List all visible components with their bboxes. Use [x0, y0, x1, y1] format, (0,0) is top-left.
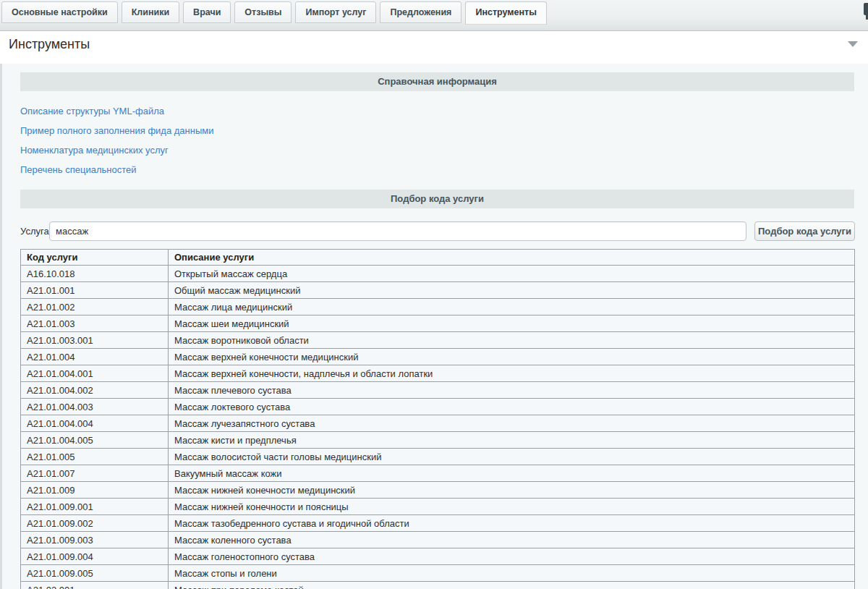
service-code-cell: A21.01.007: [21, 465, 169, 482]
service-input-label: Услуга:: [20, 226, 51, 237]
service-code-cell: A21.01.003: [21, 315, 169, 332]
service-description-cell: Массаж при переломе костей: [169, 582, 855, 589]
table-row: A21.01.001Общий массаж медицинский: [21, 282, 855, 299]
tools-panel: Справочная информация Описание структуры…: [0, 64, 868, 589]
table-row: A21.01.004.002Массаж плечевого сустава: [21, 382, 855, 399]
table-body: A16.10.018Открытый массаж сердцаA21.01.0…: [21, 266, 855, 589]
service-description-cell: Массаж коленного сустава: [169, 532, 855, 548]
service-search-input[interactable]: [49, 221, 746, 241]
pin-icon[interactable]: [864, 3, 868, 15]
table-row: A21.03.001Массаж при переломе костей: [21, 582, 855, 589]
reference-link[interactable]: Перечень специальностей: [20, 160, 868, 179]
service-code-section-header: Подбор кода услуги: [20, 190, 854, 208]
table-header-row: Код услуги Описание услуги: [21, 250, 855, 266]
reference-link[interactable]: Пример полного заполнения фида данными: [20, 121, 868, 140]
service-description-cell: Массаж тазобедренного сустава и ягодично…: [169, 515, 855, 532]
service-description-cell: Массаж волосистой части головы медицинск…: [169, 449, 855, 465]
column-header-code: Код услуги: [21, 250, 169, 266]
tab-item[interactable]: Отзывы: [234, 1, 292, 23]
service-code-cell: A21.01.004.002: [21, 382, 169, 399]
table-row: A21.01.007Вакуумный массаж кожи: [21, 465, 855, 482]
service-code-cell: A21.01.005: [21, 449, 169, 465]
service-code-cell: A21.01.009.005: [21, 565, 169, 582]
reference-link[interactable]: Описание структуры YML-файла: [20, 101, 868, 121]
service-description-cell: Массаж локтевого сустава: [169, 399, 855, 415]
service-description-cell: Массаж верхней конечности медицинский: [169, 349, 855, 365]
service-code-cell: A21.01.009.001: [21, 499, 169, 515]
service-codes-table: Код услуги Описание услуги A16.10.018Отк…: [20, 249, 855, 589]
service-code-cell: A21.01.004: [21, 349, 169, 365]
tab-item[interactable]: Импорт услуг: [295, 1, 376, 23]
service-code-cell: A21.01.009.004: [21, 548, 169, 565]
page-title: Инструменты: [9, 37, 90, 52]
table-row: A21.01.004.001Массаж верхней конечности,…: [21, 365, 855, 382]
service-code-cell: A21.01.004.001: [21, 365, 169, 382]
service-search-row: Услуга: Подбор кода услуги: [20, 221, 856, 241]
service-code-cell: A21.01.004.004: [21, 415, 169, 432]
table-row: A21.01.009.001Массаж нижней конечности и…: [21, 499, 855, 515]
table-row: A21.01.009.005Массаж стопы и голени: [21, 565, 855, 582]
table-row: A21.01.009.004Массаж голеностопного суст…: [21, 548, 855, 565]
table-row: A21.01.009.002Массаж тазобедренного суст…: [21, 515, 855, 532]
service-description-cell: Массаж плечевого сустава: [169, 382, 855, 399]
service-description-cell: Массаж стопы и голени: [169, 565, 855, 582]
table-row: A21.01.004.003Массаж локтевого сустава: [21, 399, 855, 415]
tab-item[interactable]: Предложения: [380, 1, 461, 23]
service-description-cell: Общий массаж медицинский: [169, 282, 855, 299]
table-row: A21.01.003.001Массаж воротниковой област…: [21, 332, 855, 349]
service-description-cell: Массаж кисти и предплечья: [169, 432, 855, 449]
tab-bar: Основные настройкиКлиникиВрачиОтзывыИмпо…: [0, 0, 868, 31]
reference-section-header: Справочная информация: [20, 72, 854, 91]
table-row: A21.01.004.004Массаж лучезапястного суст…: [21, 415, 855, 432]
column-header-description: Описание услуги: [169, 250, 855, 266]
service-description-cell: Вакуумный массаж кожи: [169, 465, 855, 482]
service-description-cell: Массаж верхней конечности, надплечья и о…: [169, 365, 855, 382]
table-row: A21.01.004Массаж верхней конечности меди…: [21, 349, 855, 365]
service-description-cell: Массаж лучезапястного сустава: [169, 415, 855, 432]
table-row: A16.10.018Открытый массаж сердца: [21, 266, 855, 282]
service-code-cell: A21.01.003.001: [21, 332, 169, 349]
tab-item[interactable]: Врачи: [183, 1, 231, 23]
service-description-cell: Открытый массаж сердца: [169, 266, 855, 282]
service-code-search-button[interactable]: Подбор кода услуги: [754, 221, 855, 241]
tab-item[interactable]: Клиники: [122, 1, 179, 23]
table-row: A21.01.002Массаж лица медицинский: [21, 299, 855, 315]
table-row: A21.01.003Массаж шеи медицинский: [21, 315, 855, 332]
tab-item[interactable]: Инструменты: [465, 1, 546, 25]
service-description-cell: Массаж шеи медицинский: [169, 315, 855, 332]
reference-link[interactable]: Номенклатура медицинских услуг: [20, 140, 868, 160]
chevron-down-icon[interactable]: [848, 41, 858, 47]
service-description-cell: Массаж голеностопного сустава: [169, 548, 855, 565]
service-code-cell: A21.01.001: [21, 282, 169, 299]
service-code-cell: A21.01.009: [21, 482, 169, 499]
table-row: A21.01.004.005Массаж кисти и предплечья: [21, 432, 855, 449]
reference-links: Описание структуры YML-файлаПример полно…: [20, 101, 868, 179]
service-code-cell: A21.01.004.005: [21, 432, 169, 449]
service-description-cell: Массаж лица медицинский: [169, 299, 855, 315]
service-code-cell: A16.10.018: [21, 266, 169, 282]
table-row: A21.01.009Массаж нижней конечности медиц…: [21, 482, 855, 499]
service-code-cell: A21.01.009.002: [21, 515, 169, 532]
table-row: A21.01.005Массаж волосистой части головы…: [21, 449, 855, 465]
table-row: A21.01.009.003Массаж коленного сустава: [21, 532, 855, 548]
service-code-cell: A21.01.009.003: [21, 532, 169, 548]
service-description-cell: Массаж воротниковой области: [169, 332, 855, 349]
service-code-cell: A21.03.001: [21, 582, 169, 589]
service-code-cell: A21.01.004.003: [21, 399, 169, 415]
tab-item[interactable]: Основные настройки: [1, 1, 118, 23]
service-description-cell: Массаж нижней конечности медицинский: [169, 482, 855, 499]
service-description-cell: Массаж нижней конечности и поясницы: [169, 499, 855, 515]
service-code-cell: A21.01.002: [21, 299, 169, 315]
